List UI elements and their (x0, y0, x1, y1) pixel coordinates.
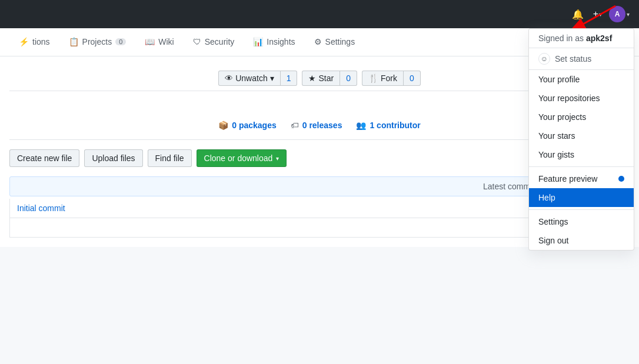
file-link[interactable]: Initial commit (17, 203, 65, 213)
your-repositories-link[interactable]: Your repositories (529, 89, 634, 108)
avatar-caret: ▾ (627, 11, 630, 18)
settings-icon: ⚙ (314, 37, 322, 46)
packages-link[interactable]: 0 packages (232, 121, 277, 130)
security-icon: 🛡 (193, 37, 201, 46)
contributors-icon: 👥 (356, 121, 366, 130)
tab-actions[interactable]: ⚡ tions (9, 30, 59, 55)
settings-link[interactable]: Settings (529, 212, 634, 231)
set-status-item[interactable]: ☺ Set status (529, 48, 634, 70)
projects-badge: 0 (115, 38, 126, 45)
top-nav-icons: 🔔 + ▾ A ▾ (570, 6, 630, 22)
tab-security[interactable]: 🛡 Security (184, 30, 244, 55)
clone-or-download-button[interactable]: Clone or download ▾ (197, 149, 287, 167)
smiley-icon: ☺ (538, 53, 550, 65)
feature-preview-dot (618, 176, 624, 182)
tab-wiki[interactable]: 📖 Wiki (135, 30, 183, 55)
package-icon: 📦 (218, 121, 228, 130)
unwatch-button[interactable]: 👁 Unwatch ▾ (218, 71, 280, 86)
unwatch-group: 👁 Unwatch ▾ 1 (218, 71, 297, 86)
actions-icon: ⚡ (19, 37, 29, 46)
dropdown-username: apk2sf (586, 34, 612, 43)
sign-out-link[interactable]: Sign out (529, 231, 634, 250)
star-count[interactable]: 0 (340, 71, 357, 86)
star-group: ★ Star 0 (302, 71, 357, 86)
fork-group: 🍴 Fork 0 (362, 71, 421, 86)
upload-files-button[interactable]: Upload files (84, 149, 142, 167)
create-new-file-button[interactable]: Create new file (9, 149, 79, 167)
feature-preview-item[interactable]: Feature preview (529, 169, 634, 188)
find-file-button[interactable]: Find file (148, 149, 192, 167)
tab-projects[interactable]: 📋 Projects 0 (59, 30, 136, 55)
releases-stat: 🏷 0 releases (291, 121, 342, 130)
wiki-icon: 📖 (145, 37, 155, 46)
user-menu-button[interactable]: A ▾ (609, 6, 630, 22)
tag-icon: 🏷 (291, 121, 299, 130)
dropdown-divider-1 (529, 166, 634, 167)
notifications-button[interactable]: 🔔 (570, 6, 586, 22)
top-nav: 🔔 + ▾ A ▾ (0, 0, 639, 28)
your-stars-link[interactable]: Your stars (529, 126, 634, 145)
contributors-stat: 👥 1 contributor (356, 121, 420, 130)
releases-link[interactable]: 0 releases (302, 121, 342, 130)
your-gists-link[interactable]: Your gists (529, 145, 634, 164)
clone-caret-icon: ▾ (276, 155, 279, 162)
dropdown-divider-2 (529, 209, 634, 210)
fork-button[interactable]: 🍴 Fork (362, 71, 404, 86)
your-projects-link[interactable]: Your projects (529, 108, 634, 126)
dropdown-signed-header: Signed in as apk2sf (529, 29, 634, 48)
projects-icon: 📋 (69, 37, 79, 46)
packages-stat: 📦 0 packages (218, 121, 277, 130)
your-profile-link[interactable]: Your profile (529, 70, 634, 89)
unwatch-count[interactable]: 1 (281, 71, 298, 86)
tab-settings[interactable]: ⚙ Settings (305, 30, 365, 55)
user-dropdown-menu: Signed in as apk2sf ☺ Set status Your pr… (528, 28, 634, 251)
tab-insights[interactable]: 📊 Insights (244, 30, 304, 55)
help-link[interactable]: Help (529, 188, 634, 207)
contributors-link[interactable]: 1 contributor (370, 121, 420, 130)
new-item-button[interactable]: + ▾ (591, 6, 604, 22)
fork-count[interactable]: 0 (404, 71, 421, 86)
insights-icon: 📊 (253, 37, 263, 46)
star-button[interactable]: ★ Star (302, 71, 340, 86)
avatar: A (609, 6, 625, 22)
